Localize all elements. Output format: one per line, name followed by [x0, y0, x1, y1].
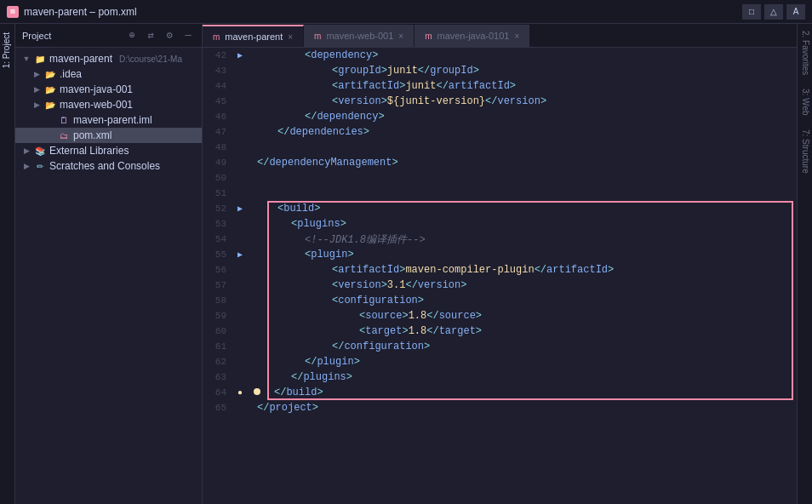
line-num-43: 43: [203, 63, 233, 78]
code-line-45: <version>${junit-version}</version>: [250, 94, 793, 109]
tree-label: maven-web-001: [60, 99, 133, 111]
tree-item-external-libs[interactable]: ▶ 📚 External Libraries: [15, 143, 202, 158]
add-icon[interactable]: ⊕: [125, 29, 139, 43]
line-num-51: 51: [203, 186, 233, 201]
tab-maven-java[interactable]: m maven-java-0101 ×: [415, 25, 530, 47]
code-line-63: </plugins>: [250, 369, 793, 385]
line-num-50: 50: [203, 170, 233, 186]
gutter-54: [233, 232, 247, 247]
tab-icon: m: [314, 32, 321, 41]
tree-item-maven-web[interactable]: ▶ 📂 maven-web-001: [15, 97, 202, 112]
gutter-43: [233, 63, 247, 78]
tab-close-maven-java[interactable]: ×: [514, 32, 519, 41]
tree-label: maven-parent: [49, 53, 112, 65]
gutter-58: [233, 293, 247, 308]
gutter-65: [233, 400, 247, 415]
gutter-55[interactable]: ▶: [233, 247, 247, 262]
tree-label: External Libraries: [49, 145, 129, 157]
line-num-44: 44: [203, 78, 233, 94]
window-controls: □ △ A: [742, 4, 805, 20]
file-icon: 🗒: [58, 114, 70, 126]
gutter-50: [233, 170, 247, 186]
line-num-53: 53: [203, 216, 233, 232]
code-line-43: <groupId>junit</groupId>: [250, 63, 793, 78]
code-line-46: </dependency>: [250, 109, 793, 124]
line-num-52: 52: [203, 201, 233, 216]
tab-icon: m: [213, 32, 220, 42]
gutter: ▶ ▶ ▶: [233, 48, 247, 504]
gutter-47: [233, 124, 247, 140]
line-num-42: 42: [203, 48, 233, 63]
line-num-46: 46: [203, 109, 233, 124]
app-icon: m: [7, 6, 19, 18]
gutter-46: [233, 109, 247, 124]
line-num-63: 63: [203, 369, 233, 385]
sidebar: Project ⊕ ⇄ ⚙ — ▼ 📁 maven-parent D:\cour…: [15, 24, 203, 504]
line-num-45: 45: [203, 94, 233, 109]
xml-icon: 🗂: [58, 129, 70, 141]
gutter-49: [233, 155, 247, 170]
tab-bar: m maven-parent × m maven-web-001 × m mav…: [203, 24, 797, 48]
code-line-47: </dependencies>: [250, 124, 793, 140]
code-line-65: </project>: [250, 400, 793, 415]
editor-area: m maven-parent × m maven-web-001 × m mav…: [203, 24, 797, 504]
settings-icon[interactable]: ⇄: [144, 29, 157, 43]
tab-maven-parent[interactable]: m maven-parent ×: [203, 25, 304, 47]
tab-maven-web[interactable]: m maven-web-001 ×: [304, 25, 415, 47]
editor-content: 42 43 44 45 46 47 48 49 50 51 52 53 54 5…: [203, 48, 797, 504]
right-tabs: 2. Favorites 3: Web 7: Structure: [797, 24, 812, 504]
code-line-58: <configuration>: [250, 293, 793, 308]
tab-close-maven-web[interactable]: ×: [398, 32, 403, 41]
library-icon: 📚: [34, 145, 46, 157]
gutter-64: ●: [233, 385, 247, 400]
minimize-button[interactable]: □: [742, 4, 761, 20]
tree-label: Scratches and Consoles: [49, 160, 160, 172]
gutter-61: [233, 339, 247, 354]
web-tab[interactable]: 3: Web: [798, 82, 812, 123]
code-line-50: [250, 170, 793, 186]
tree-label: .idea: [60, 68, 82, 80]
project-tab[interactable]: 1: Project: [0, 24, 14, 77]
expand-arrow: ▶: [22, 162, 31, 170]
tree-item-iml[interactable]: 🗒 maven-parent.iml: [15, 112, 202, 128]
sidebar-title: Project: [22, 31, 51, 41]
code-line-60: <target>1.8</target>: [250, 324, 793, 339]
line-num-49: 49: [203, 155, 233, 170]
file-tree: ▼ 📁 maven-parent D:\course\21-Ma ▶ 📂 .id…: [15, 48, 202, 504]
code-area[interactable]: <dependency> <groupId>junit</groupId> <a…: [247, 48, 797, 504]
gutter-48: [233, 140, 247, 155]
line-num-65: 65: [203, 400, 233, 415]
tree-label: maven-parent.iml: [73, 114, 152, 126]
collapse-icon[interactable]: —: [181, 29, 195, 43]
close-button[interactable]: A: [786, 4, 805, 20]
tree-item-maven-parent[interactable]: ▼ 📁 maven-parent D:\course\21-Ma: [15, 51, 202, 66]
gutter-51: [233, 186, 247, 201]
favorites-tab[interactable]: 2. Favorites: [798, 24, 812, 82]
gear-icon[interactable]: ⚙: [163, 29, 176, 43]
expand-arrow: ▶: [22, 146, 31, 155]
gutter-63: [233, 369, 247, 385]
maximize-button[interactable]: △: [764, 4, 783, 20]
line-num-58: 58: [203, 293, 233, 308]
tree-item-pom[interactable]: 🗂 pom.xml: [15, 128, 202, 143]
spacer: [46, 131, 54, 140]
tab-close-maven-parent[interactable]: ×: [288, 32, 293, 42]
gutter-56: [233, 262, 247, 278]
code-line-62: </plugin>: [250, 354, 793, 369]
gutter-52[interactable]: ▶: [233, 201, 247, 216]
folder-icon: 📁: [34, 53, 46, 65]
tree-item-maven-java[interactable]: ▶ 📂 maven-java-001: [15, 82, 202, 97]
line-num-61: 61: [203, 339, 233, 354]
code-line-52: <build>: [250, 201, 793, 216]
tree-item-idea[interactable]: ▶ 📂 .idea: [15, 66, 202, 82]
structure-tab[interactable]: 7: Structure: [798, 123, 812, 180]
gutter-42[interactable]: ▶: [233, 48, 247, 63]
sidebar-icons: ⊕ ⇄ ⚙ —: [125, 29, 195, 43]
line-num-57: 57: [203, 278, 233, 293]
expand-arrow: ▼: [22, 54, 31, 63]
spacer: [46, 116, 54, 124]
code-line-59: <source>1.8</source>: [250, 308, 793, 324]
tree-item-scratches[interactable]: ▶ ✏ Scratches and Consoles: [15, 158, 202, 174]
line-num-47: 47: [203, 124, 233, 140]
gutter-45: [233, 94, 247, 109]
